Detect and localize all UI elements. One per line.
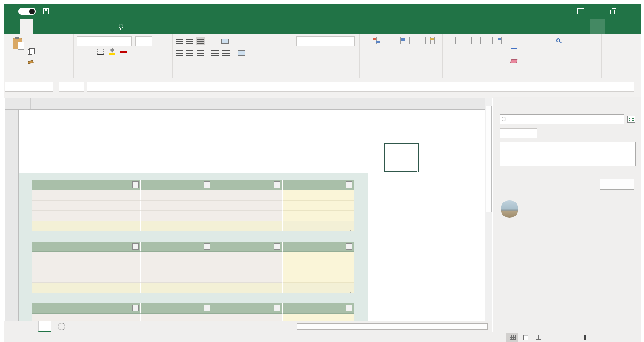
clear-button[interactable]: [511, 56, 522, 66]
filter-icon[interactable]: [204, 181, 210, 188]
address-book-icon[interactable]: [627, 116, 635, 123]
filter-icon[interactable]: [132, 243, 139, 250]
font-color-icon[interactable]: [120, 50, 127, 53]
sheet-area[interactable]: [19, 110, 485, 321]
format-cells-button[interactable]: [488, 36, 506, 70]
wrap-text-button[interactable]: [221, 36, 231, 46]
tab-data[interactable]: [72, 19, 85, 34]
font-size-select[interactable]: [135, 36, 152, 46]
table-resize-handle[interactable]: [351, 290, 353, 293]
formula-input[interactable]: [87, 82, 634, 92]
tab-page-layout[interactable]: [46, 19, 59, 34]
decrease-indent-icon[interactable]: [211, 50, 219, 56]
copy-button[interactable]: [28, 47, 39, 57]
tell-me-box[interactable]: [119, 19, 127, 34]
page-layout-view-button[interactable]: [519, 333, 531, 342]
tab-review[interactable]: [85, 19, 98, 34]
horizontal-scroll-thumb[interactable]: [297, 323, 488, 330]
table-row: [32, 201, 354, 211]
vertical-scrollbar[interactable]: [485, 98, 492, 321]
group-styles: [360, 34, 443, 78]
window-controls: [561, 4, 641, 18]
invite-email-input[interactable]: [500, 114, 624, 124]
filter-icon[interactable]: [132, 181, 139, 188]
minimize-button[interactable]: [588, 4, 604, 18]
new-sheet-icon[interactable]: [58, 323, 65, 330]
increase-indent-icon[interactable]: [222, 50, 230, 56]
table-header-row: [32, 180, 354, 190]
fill-handle[interactable]: [417, 170, 420, 173]
normal-view-button[interactable]: [506, 333, 518, 342]
zoom-slider[interactable]: [563, 337, 606, 337]
insert-cells-button[interactable]: [447, 36, 464, 70]
share-message-input[interactable]: [500, 142, 636, 166]
tab-view[interactable]: [98, 19, 111, 34]
zoom-slider-handle[interactable]: [584, 335, 586, 340]
font-name-select[interactable]: [77, 36, 132, 46]
group-editing: [508, 34, 602, 78]
format-painter-button[interactable]: [28, 57, 39, 67]
cell-styles-icon: [425, 37, 435, 44]
table-total-row: [32, 221, 354, 231]
align-right-icon[interactable]: [197, 50, 204, 56]
find-select-button[interactable]: [548, 36, 568, 70]
name-box[interactable]: [5, 82, 53, 92]
paste-button[interactable]: [7, 36, 28, 70]
save-icon[interactable]: [43, 8, 49, 14]
name-box-caret-icon[interactable]: [49, 85, 53, 89]
filter-icon[interactable]: [346, 305, 352, 311]
autosave-toggle[interactable]: [18, 8, 36, 15]
column-header[interactable]: [19, 98, 31, 109]
tab-formulas[interactable]: [59, 19, 72, 34]
status-bar: [4, 332, 641, 342]
number-format-select[interactable]: [296, 36, 355, 46]
delete-cells-button[interactable]: [467, 36, 484, 70]
tab-file[interactable]: [4, 19, 20, 34]
conditional-formatting-button[interactable]: [362, 36, 390, 70]
permission-select[interactable]: [500, 128, 537, 138]
sort-filter-button[interactable]: [524, 36, 545, 70]
vertical-scroll-thumb[interactable]: [486, 106, 492, 212]
tab-home[interactable]: [20, 19, 33, 34]
cell-styles-button[interactable]: [420, 36, 440, 70]
borders-icon[interactable]: [97, 49, 104, 55]
align-left-icon[interactable]: [176, 50, 183, 56]
table-resize-handle[interactable]: [351, 228, 353, 232]
sheet-nav-left-icon[interactable]: [9, 321, 20, 332]
delete-cells-icon: [471, 37, 481, 44]
filter-icon[interactable]: [132, 305, 139, 311]
align-middle-icon[interactable]: [186, 39, 193, 44]
merge-center-button[interactable]: [238, 48, 250, 58]
sheet-tab-active[interactable]: [38, 321, 51, 332]
scroll-up-icon[interactable]: [485, 98, 492, 105]
close-button[interactable]: [620, 4, 636, 18]
fill-color-icon[interactable]: [109, 48, 116, 55]
page-break-view-button[interactable]: [532, 333, 545, 342]
filter-icon[interactable]: [274, 181, 280, 188]
fill-button[interactable]: [511, 46, 522, 56]
filter-icon[interactable]: [204, 243, 210, 250]
sheet-tab-overflow[interactable]: [30, 321, 38, 332]
row-header[interactable]: [5, 110, 18, 129]
ribbon-tab-row: [4, 19, 641, 34]
align-top-icon[interactable]: [176, 39, 183, 44]
scroll-down-icon[interactable]: [485, 314, 492, 321]
selected-cell-I3[interactable]: [384, 143, 419, 172]
cut-button[interactable]: [28, 37, 39, 47]
filter-icon[interactable]: [204, 305, 210, 311]
tab-insert[interactable]: [33, 19, 46, 34]
format-as-table-icon: [400, 37, 410, 44]
filter-icon[interactable]: [346, 243, 352, 250]
format-as-table-button[interactable]: [392, 36, 418, 70]
align-center-icon[interactable]: [186, 50, 193, 56]
share-button-top[interactable]: [590, 19, 605, 34]
align-bottom-icon[interactable]: [197, 39, 204, 44]
filter-icon[interactable]: [274, 243, 280, 250]
filter-icon[interactable]: [346, 181, 352, 188]
share-submit-button[interactable]: [600, 179, 634, 190]
sheet-nav-right-icon[interactable]: [20, 321, 30, 332]
restore-button[interactable]: [604, 4, 620, 18]
ribbon-display-options-button[interactable]: [573, 4, 588, 18]
filter-icon[interactable]: [274, 305, 280, 311]
autosum-button[interactable]: [511, 36, 522, 46]
